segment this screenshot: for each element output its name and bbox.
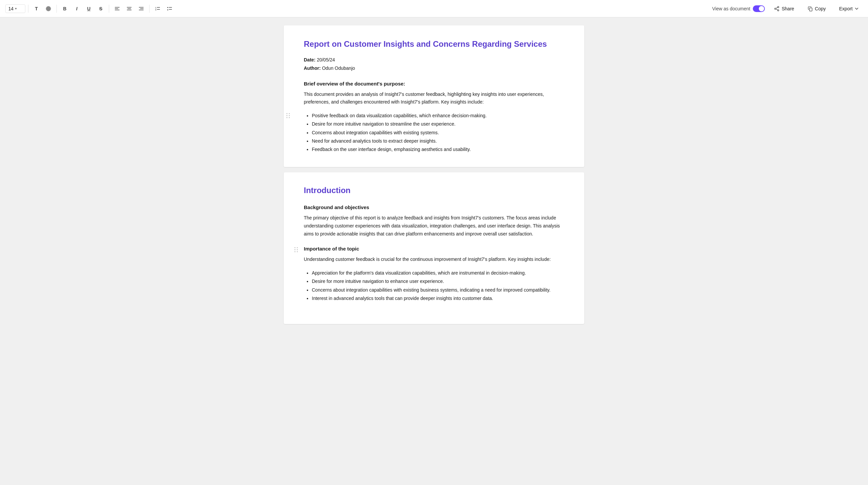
svg-point-17 [778, 6, 779, 8]
share-icon [774, 6, 779, 11]
text-format-button[interactable]: T [31, 3, 42, 14]
drag-handle-2[interactable] [294, 247, 298, 252]
toolbar-left: 14 ▾ T B I U S [5, 3, 711, 14]
color-indicator [46, 6, 51, 11]
doc-date-line: Date: 20/05/24 [304, 56, 564, 64]
svg-line-21 [776, 9, 778, 10]
toolbar: 14 ▾ T B I U S [0, 0, 868, 18]
importance-bullet-item: Interest in advanced analytics tools tha… [312, 294, 564, 303]
date-value: 20/05/24 [317, 57, 335, 62]
underline-button[interactable]: U [84, 3, 94, 14]
toolbar-right: View as document Share Copy [712, 4, 863, 13]
bullet-item: Desire for more intuitive navigation to … [312, 120, 564, 128]
svg-point-13 [167, 7, 168, 8]
doc-meta: Date: 20/05/24 Author: Odun Odubanjo [304, 56, 564, 72]
toolbar-divider-4 [149, 5, 150, 13]
copy-button[interactable]: Copy [804, 4, 830, 13]
importance-bullets: Appreciation for the platform's data vis… [304, 269, 564, 303]
share-button[interactable]: Share [770, 4, 798, 13]
copy-label: Copy [815, 6, 826, 11]
view-as-document-toggle[interactable] [753, 5, 765, 12]
svg-rect-7 [140, 8, 144, 9]
svg-rect-6 [139, 7, 144, 8]
svg-point-14 [167, 9, 168, 10]
bg-text: The primary objective of this report is … [304, 214, 564, 238]
intro-card: Introduction Background and objectives T… [284, 172, 584, 324]
bg-heading: Background and objectives [304, 205, 564, 210]
bullet-item: Need for advanced analytics tools to ext… [312, 137, 564, 145]
svg-rect-0 [115, 7, 120, 8]
copy-icon [808, 6, 813, 11]
importance-bullet-item: Appreciation for the platform's data vis… [312, 269, 564, 277]
overview-heading: Brief overview of the document's purpose… [304, 81, 564, 87]
svg-point-19 [778, 9, 779, 11]
align-center-button[interactable] [124, 3, 134, 14]
intro-title: Introduction [304, 186, 564, 195]
export-button[interactable]: Export [835, 4, 863, 13]
bullet-item: Concerns about integration capabilities … [312, 129, 564, 137]
report-title: Report on Customer Insights and Concerns… [304, 39, 564, 49]
overview-bullets: Positive feedback on data visualization … [304, 112, 564, 154]
font-size-chevron: ▾ [15, 7, 17, 10]
importance-bullet-item: Concerns about integration capabilities … [312, 286, 564, 294]
unordered-list-icon [167, 6, 172, 11]
svg-point-18 [775, 8, 776, 9]
importance-section: Importance of the topic Understanding cu… [304, 246, 564, 303]
bullet-item: Feedback on the user interface design, e… [312, 145, 564, 154]
svg-rect-16 [169, 9, 172, 10]
toolbar-divider-2 [56, 5, 57, 13]
background-section: Background and objectives The primary ob… [304, 205, 564, 238]
toolbar-divider-3 [109, 5, 109, 13]
svg-text:2.: 2. [155, 9, 157, 11]
svg-rect-22 [809, 8, 812, 11]
report-card: Report on Customer Insights and Concerns… [284, 25, 584, 167]
align-right-button[interactable] [136, 3, 147, 14]
view-as-document-label: View as document [712, 6, 750, 11]
unordered-list-button[interactable] [164, 3, 175, 14]
svg-rect-3 [127, 7, 131, 8]
svg-line-20 [776, 7, 778, 8]
text-color-button[interactable] [43, 3, 54, 14]
svg-rect-15 [169, 7, 172, 8]
svg-rect-5 [127, 10, 131, 10]
doc-author-line: Author: Odun Odubanjo [304, 64, 564, 72]
svg-rect-8 [139, 10, 144, 10]
strikethrough-button[interactable]: S [95, 3, 106, 14]
author-label: Author: [304, 65, 321, 71]
importance-heading: Importance of the topic [304, 246, 564, 251]
align-left-button[interactable] [112, 3, 123, 14]
bullet-item: Positive feedback on data visualization … [312, 112, 564, 120]
svg-rect-2 [115, 10, 120, 10]
export-label: Export [839, 6, 852, 11]
importance-intro: Understanding customer feedback is cruci… [304, 255, 564, 264]
svg-rect-11 [157, 7, 160, 8]
author-value: Odun Odubanjo [322, 65, 355, 71]
svg-rect-1 [115, 8, 118, 9]
font-size-selector[interactable]: 14 ▾ [5, 4, 25, 13]
drag-handle-1[interactable] [286, 113, 290, 118]
share-label: Share [781, 6, 794, 11]
view-as-document-control: View as document [712, 5, 765, 12]
toolbar-divider-1 [28, 5, 28, 13]
overview-intro: This document provides an analysis of In… [304, 91, 564, 107]
ordered-list-button[interactable]: 1. 2. [152, 3, 163, 14]
date-label: Date: [304, 57, 315, 62]
main-content: Report on Customer Insights and Concerns… [0, 18, 868, 485]
align-center-icon [127, 6, 132, 11]
importance-bullet-item: Desire for more intuitive navigation to … [312, 277, 564, 285]
bold-button[interactable]: B [59, 3, 70, 14]
align-left-icon [115, 6, 120, 11]
align-right-icon [138, 6, 144, 11]
svg-rect-12 [157, 9, 160, 10]
toggle-knob [759, 6, 764, 11]
font-size-value: 14 [8, 6, 14, 11]
svg-rect-4 [127, 8, 131, 9]
export-chevron-icon [855, 7, 859, 11]
italic-button[interactable]: I [71, 3, 82, 14]
ordered-list-icon: 1. 2. [155, 6, 160, 11]
